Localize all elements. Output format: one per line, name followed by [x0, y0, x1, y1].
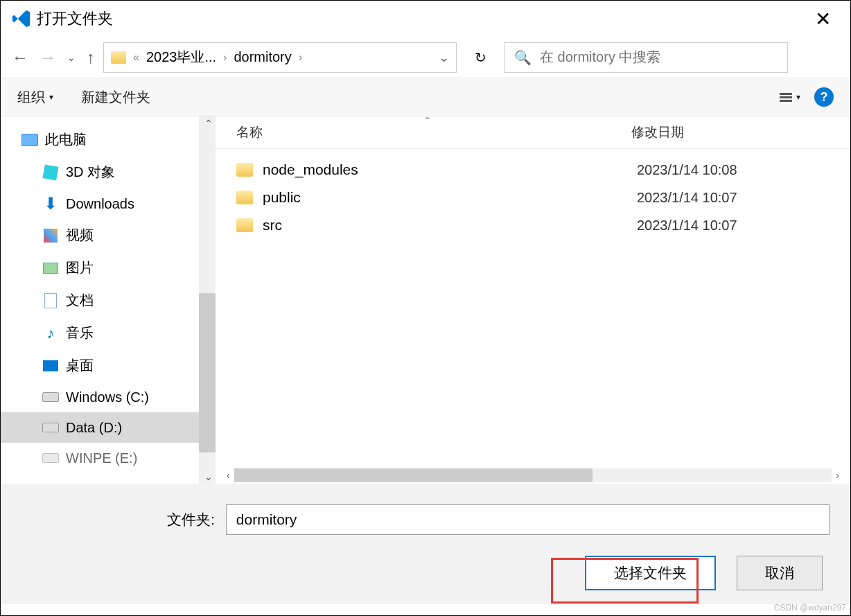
- folder-icon: [236, 191, 253, 204]
- scrollbar-thumb[interactable]: [234, 468, 593, 482]
- column-headers: ⌃ 名称 修改日期: [216, 116, 850, 149]
- select-folder-button[interactable]: 选择文件夹: [585, 556, 716, 590]
- cube-icon: [42, 164, 58, 180]
- scrollbar-track[interactable]: ⌃ ⌄: [199, 116, 216, 484]
- search-icon: 🔍: [514, 49, 532, 66]
- breadcrumb-prefix: «: [133, 51, 139, 64]
- new-folder-button[interactable]: 新建文件夹: [81, 88, 150, 107]
- download-icon: ⬇: [42, 195, 59, 212]
- close-icon[interactable]: ✕: [807, 5, 839, 33]
- file-row[interactable]: public 2023/1/14 10:07: [216, 184, 850, 211]
- file-name: src: [263, 217, 637, 234]
- chevron-down-icon: ▾: [49, 92, 53, 102]
- picture-icon: [43, 263, 58, 274]
- sidebar-item-3d[interactable]: 3D 对象: [1, 156, 216, 188]
- file-name: node_modules: [263, 161, 637, 178]
- cancel-button[interactable]: 取消: [737, 556, 823, 590]
- column-header-date[interactable]: 修改日期: [631, 123, 684, 141]
- scroll-right-icon[interactable]: ›: [832, 470, 843, 481]
- sidebar-item-videos[interactable]: 视频: [1, 219, 216, 252]
- vscode-icon: [12, 9, 31, 28]
- scrollbar-track[interactable]: [234, 468, 832, 482]
- back-icon[interactable]: ←: [12, 48, 28, 67]
- file-list: node_modules 2023/1/14 10:08 public 2023…: [216, 149, 850, 246]
- nav-row: ← → ⌄ ↑ « 2023毕业... › dormitory › ⌄ ↻ 🔍: [1, 37, 850, 78]
- forward-icon: →: [40, 48, 56, 67]
- chevron-down-icon: ▾: [796, 92, 800, 102]
- titlebar: 打开文件夹 ✕: [1, 1, 850, 37]
- music-icon: ♪: [42, 325, 59, 342]
- sidebar-item-this-pc[interactable]: 此电脑: [1, 123, 216, 156]
- nav-arrows: ← → ⌄ ↑: [12, 48, 95, 67]
- sidebar-item-downloads[interactable]: ⬇Downloads: [1, 188, 216, 219]
- column-header-name[interactable]: 名称: [236, 123, 631, 141]
- recent-dropdown-icon[interactable]: ⌄: [67, 52, 76, 63]
- folder-icon: [236, 163, 253, 177]
- breadcrumb-item[interactable]: dormitory: [234, 49, 291, 65]
- watermark: CSDN @wdyan297: [774, 603, 846, 613]
- file-date: 2023/1/14 10:07: [637, 190, 737, 206]
- document-icon: [44, 293, 57, 308]
- drive-icon: [42, 392, 59, 402]
- sidebar-item-documents[interactable]: 文档: [1, 284, 216, 317]
- drive-icon: [42, 423, 59, 432]
- organize-button[interactable]: 组织 ▾: [17, 88, 53, 107]
- file-pane: ⌃ 名称 修改日期 node_modules 2023/1/14 10:08 p…: [216, 116, 850, 484]
- search-box[interactable]: 🔍: [504, 42, 788, 73]
- help-icon[interactable]: ?: [814, 87, 834, 107]
- scroll-left-icon[interactable]: ‹: [222, 470, 234, 481]
- sidebar-item-pictures[interactable]: 图片: [1, 252, 216, 284]
- video-icon: [44, 229, 58, 243]
- toolbar: 组织 ▾ 新建文件夹 ▾ ?: [1, 78, 850, 116]
- desktop-icon: [43, 360, 58, 371]
- chevron-right-icon: ›: [223, 51, 227, 64]
- up-icon[interactable]: ↑: [87, 48, 95, 67]
- sidebar-item-drive-d[interactable]: Data (D:): [1, 412, 216, 443]
- sidebar-item-desktop[interactable]: 桌面: [1, 349, 216, 382]
- scroll-up-icon[interactable]: ⌃: [204, 118, 213, 129]
- chevron-right-icon: ›: [299, 51, 302, 64]
- refresh-button[interactable]: ↻: [465, 42, 495, 73]
- pc-icon: [21, 134, 38, 146]
- folder-icon: [111, 51, 126, 64]
- bottom-area: 文件夹: 选择文件夹 取消: [1, 484, 850, 604]
- folder-icon: [236, 218, 253, 232]
- file-name: public: [263, 189, 637, 206]
- list-view-icon: [780, 93, 792, 102]
- breadcrumb-item[interactable]: 2023毕业...: [146, 48, 216, 67]
- file-row[interactable]: node_modules 2023/1/14 10:08: [216, 156, 850, 184]
- file-date: 2023/1/14 10:07: [637, 218, 737, 234]
- sidebar-item-drive-e[interactable]: WINPE (E:): [1, 443, 216, 473]
- folder-label: 文件夹:: [167, 510, 215, 529]
- folder-name-input[interactable]: [226, 504, 830, 535]
- breadcrumb[interactable]: « 2023毕业... › dormitory › ⌄: [103, 42, 457, 73]
- folder-input-row: 文件夹:: [21, 504, 830, 535]
- sidebar: ⌃ ⌄ 此电脑 3D 对象 ⬇Downloads 视频 图片 文档 ♪音乐 桌面…: [1, 116, 216, 484]
- file-row[interactable]: src 2023/1/14 10:07: [216, 211, 850, 239]
- main-area: ⌃ ⌄ 此电脑 3D 对象 ⬇Downloads 视频 图片 文档 ♪音乐 桌面…: [1, 116, 850, 484]
- sidebar-item-music[interactable]: ♪音乐: [1, 317, 216, 349]
- drive-icon: [42, 453, 59, 463]
- button-row: 选择文件夹 取消: [21, 556, 830, 590]
- sort-indicator-icon: ⌃: [423, 115, 432, 126]
- chevron-down-icon[interactable]: ⌄: [439, 50, 449, 65]
- view-mode-button[interactable]: ▾: [780, 92, 800, 102]
- dialog-title: 打开文件夹: [37, 8, 113, 29]
- file-date: 2023/1/14 10:08: [637, 162, 737, 178]
- sidebar-item-drive-c[interactable]: Windows (C:): [1, 382, 216, 412]
- search-input[interactable]: [540, 49, 778, 65]
- scrollbar-thumb[interactable]: [199, 293, 216, 452]
- horizontal-scrollbar[interactable]: ‹ ›: [216, 467, 850, 484]
